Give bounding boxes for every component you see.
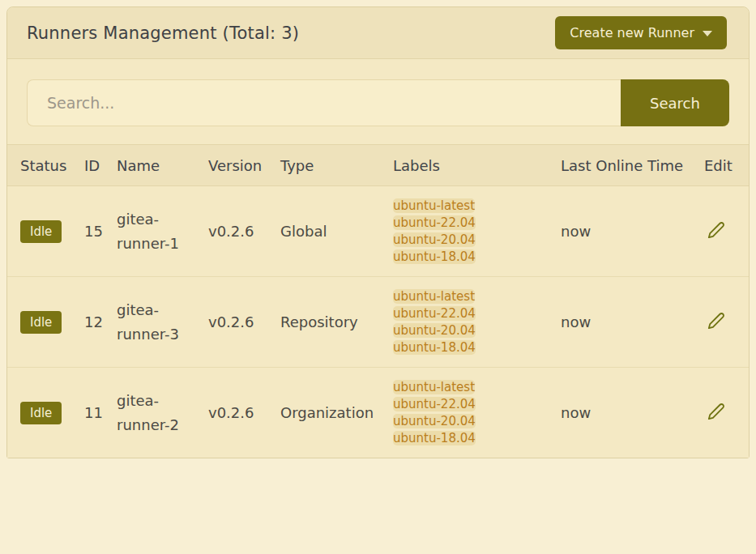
search-section: Search xyxy=(7,59,749,144)
runner-label-pill: ubuntu-22.04 xyxy=(393,215,476,230)
page-title: Runners Management (Total: 3) xyxy=(27,23,299,43)
create-runner-button[interactable]: Create new Runner xyxy=(555,16,727,49)
runner-label-pill: ubuntu-18.04 xyxy=(393,340,476,355)
col-header-edit: Edit xyxy=(698,145,749,186)
runner-label-pill: ubuntu-20.04 xyxy=(393,414,476,428)
table-header-row: Status ID Name Version Type Labels Last … xyxy=(7,145,749,186)
runner-label-pill: ubuntu-latest xyxy=(393,380,475,394)
runner-label-pill: ubuntu-18.04 xyxy=(393,431,476,445)
table-row: Idle 11 gitea-runner-2 v0.2.6 Organizati… xyxy=(7,368,749,458)
runner-labels: ubuntu-latestubuntu-22.04ubuntu-20.04ubu… xyxy=(393,368,561,458)
last-online-time: now xyxy=(561,368,698,458)
col-header-id: ID xyxy=(84,145,117,186)
search-form: Search xyxy=(27,79,729,126)
edit-runner-button[interactable] xyxy=(707,312,725,330)
col-header-last-online: Last Online Time xyxy=(561,145,698,186)
col-header-type: Type xyxy=(280,145,393,186)
last-online-time: now xyxy=(561,277,698,368)
runner-name: gitea-runner-3 xyxy=(117,277,208,368)
pencil-icon xyxy=(707,221,725,239)
runner-label-pill: ubuntu-20.04 xyxy=(393,323,476,338)
runner-label-pill: ubuntu-latest xyxy=(393,289,475,304)
col-header-version: Version xyxy=(208,145,280,186)
status-badge: Idle xyxy=(20,311,62,334)
runner-version: v0.2.6 xyxy=(208,368,280,458)
runners-panel: Runners Management (Total: 3) Create new… xyxy=(6,6,750,458)
col-header-name: Name xyxy=(117,145,208,186)
runner-id: 15 xyxy=(84,186,117,277)
runner-id: 12 xyxy=(84,277,117,368)
edit-runner-button[interactable] xyxy=(707,221,725,239)
create-runner-label: Create new Runner xyxy=(570,25,694,40)
runner-type: Repository xyxy=(280,277,393,368)
panel-header: Runners Management (Total: 3) Create new… xyxy=(7,7,749,59)
runner-label-pill: ubuntu-20.04 xyxy=(393,232,476,247)
status-badge: Idle xyxy=(20,220,62,243)
runner-id: 11 xyxy=(84,368,117,458)
runner-type: Organization xyxy=(280,368,393,458)
search-button[interactable]: Search xyxy=(621,79,729,126)
runner-label-pill: ubuntu-latest xyxy=(393,198,475,213)
status-badge: Idle xyxy=(20,402,62,424)
runner-label-pill: ubuntu-18.04 xyxy=(393,249,476,264)
pencil-icon xyxy=(707,312,725,330)
edit-runner-button[interactable] xyxy=(707,403,725,420)
col-header-status: Status xyxy=(7,145,84,186)
runner-version: v0.2.6 xyxy=(208,186,280,277)
pencil-icon xyxy=(707,403,725,420)
runner-label-pill: ubuntu-22.04 xyxy=(393,306,476,321)
col-header-labels: Labels xyxy=(393,145,561,186)
table-row: Idle 15 gitea-runner-1 v0.2.6 Global ubu… xyxy=(7,186,749,277)
runners-table: Status ID Name Version Type Labels Last … xyxy=(7,144,749,458)
runner-labels: ubuntu-latestubuntu-22.04ubuntu-20.04ubu… xyxy=(393,277,561,368)
runner-name: gitea-runner-2 xyxy=(117,368,208,458)
chevron-down-icon xyxy=(703,31,712,36)
runner-labels: ubuntu-latestubuntu-22.04ubuntu-20.04ubu… xyxy=(393,186,561,277)
table-row: Idle 12 gitea-runner-3 v0.2.6 Repository… xyxy=(7,277,749,368)
last-online-time: now xyxy=(561,186,698,277)
search-input[interactable] xyxy=(27,79,621,126)
runner-version: v0.2.6 xyxy=(208,277,280,368)
runner-name: gitea-runner-1 xyxy=(117,186,208,277)
runner-type: Global xyxy=(280,186,393,277)
runner-label-pill: ubuntu-22.04 xyxy=(393,397,476,411)
